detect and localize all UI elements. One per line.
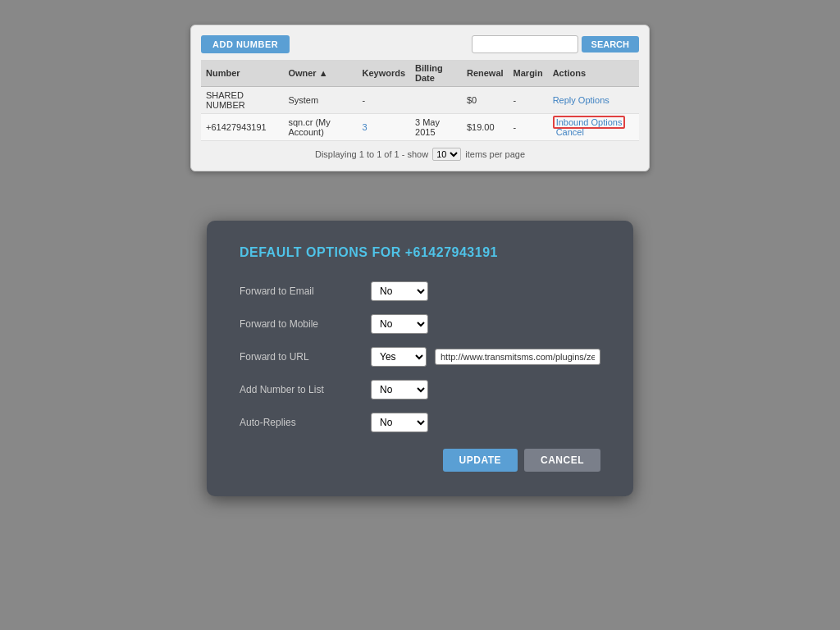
- search-input[interactable]: [472, 35, 578, 53]
- top-panel: ADD NUMBER SEARCH Number Owner ▲ Keyword…: [190, 25, 650, 171]
- forward-mobile-select[interactable]: No Yes: [371, 314, 428, 334]
- cell-renewal: $0: [462, 87, 509, 114]
- forward-email-select[interactable]: No Yes: [371, 281, 428, 301]
- auto-replies-label: Auto-Replies: [240, 417, 371, 428]
- cell-keywords: -: [357, 87, 410, 114]
- col-billing-date: Billing Date: [410, 60, 462, 87]
- table-row: SHARED NUMBER System - $0 - Reply Option…: [201, 87, 639, 114]
- update-button[interactable]: UPDATE: [443, 449, 518, 472]
- modal-title: DEFAULT OPTIONS FOR +61427943191: [240, 245, 600, 260]
- add-number-list-select[interactable]: No Yes: [371, 380, 428, 399]
- pagination-text: Displaying 1 to 1 of 1 - show: [315, 149, 428, 159]
- table-row: +61427943191 sqn.cr (My Account) 3 3 May…: [201, 114, 639, 141]
- modal-panel: DEFAULT OPTIONS FOR +61427943191 Forward…: [207, 221, 633, 496]
- col-margin: Margin: [509, 60, 548, 87]
- cell-billing-date: [410, 87, 462, 114]
- pagination-suffix: items per page: [465, 149, 525, 159]
- forward-email-row: Forward to Email No Yes: [240, 281, 600, 301]
- forward-url-select[interactable]: No Yes: [371, 347, 427, 367]
- cell-actions: Inbound Options Cancel: [548, 114, 639, 141]
- pagination: Displaying 1 to 1 of 1 - show 10 25 50 i…: [201, 148, 639, 161]
- cell-owner: sqn.cr (My Account): [283, 114, 357, 141]
- url-input[interactable]: [435, 349, 600, 365]
- auto-replies-row: Auto-Replies No Yes: [240, 413, 600, 432]
- cell-renewal: $19.00: [462, 114, 509, 141]
- col-number: Number: [201, 60, 283, 87]
- forward-url-label: Forward to URL: [240, 351, 371, 363]
- cell-billing-date: 3 May 2015: [410, 114, 462, 141]
- forward-url-row: Forward to URL No Yes: [240, 347, 600, 367]
- cancel-button[interactable]: CANCEL: [524, 449, 600, 472]
- pagination-select[interactable]: 10 25 50: [432, 148, 461, 161]
- search-button[interactable]: SEARCH: [582, 36, 639, 52]
- forward-mobile-label: Forward to Mobile: [240, 318, 371, 330]
- auto-replies-select[interactable]: No Yes: [371, 413, 428, 432]
- modal-buttons: UPDATE CANCEL: [240, 449, 600, 472]
- search-area: SEARCH: [472, 35, 639, 53]
- col-actions: Actions: [548, 60, 639, 87]
- cell-margin: -: [509, 87, 548, 114]
- cancel-number-link[interactable]: Cancel: [556, 127, 584, 137]
- add-number-list-label: Add Number to List: [240, 384, 371, 395]
- forward-mobile-row: Forward to Mobile No Yes: [240, 314, 600, 334]
- cell-actions: Reply Options: [548, 87, 639, 114]
- reply-options-link[interactable]: Reply Options: [553, 95, 609, 105]
- add-number-button[interactable]: ADD NUMBER: [201, 35, 290, 53]
- cell-keywords: 3: [357, 114, 410, 141]
- col-renewal: Renewal: [462, 60, 509, 87]
- add-number-list-row: Add Number to List No Yes: [240, 380, 600, 399]
- cell-number: SHARED NUMBER: [201, 87, 283, 114]
- cell-number: +61427943191: [201, 114, 283, 141]
- toolbar: ADD NUMBER SEARCH: [201, 35, 639, 53]
- forward-email-label: Forward to Email: [240, 285, 371, 297]
- numbers-table: Number Owner ▲ Keywords Billing Date Ren…: [201, 60, 639, 141]
- cell-owner: System: [283, 87, 357, 114]
- col-keywords: Keywords: [357, 60, 410, 87]
- table-header-row: Number Owner ▲ Keywords Billing Date Ren…: [201, 60, 639, 87]
- keywords-link[interactable]: 3: [362, 122, 367, 132]
- col-owner: Owner ▲: [283, 60, 357, 87]
- cell-margin: -: [509, 114, 548, 141]
